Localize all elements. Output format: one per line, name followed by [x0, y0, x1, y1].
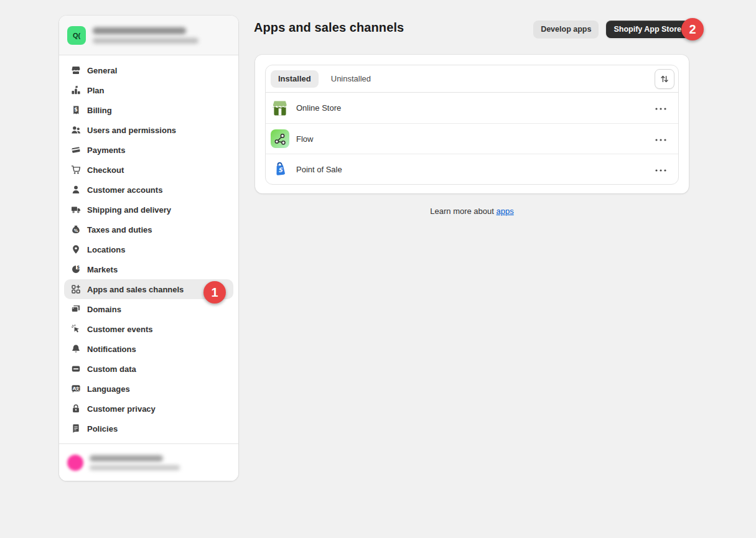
bell-icon — [71, 344, 81, 354]
user-name-redacted — [90, 455, 163, 461]
app-list: Online StoreFlowSPoint of Sale — [266, 93, 678, 184]
svg-text:%: % — [74, 228, 78, 233]
app-row-flow[interactable]: Flow — [266, 123, 678, 154]
user-identity-redacted — [90, 455, 180, 470]
sidebar-item-label: Markets — [87, 265, 118, 274]
cursor-click-icon — [71, 324, 81, 334]
sidebar-item-policies[interactable]: Policies — [64, 419, 233, 438]
translate-icon: A文 — [71, 384, 81, 394]
learn-more-text: Learn more about — [430, 206, 496, 216]
sidebar-item-notifications[interactable]: Notifications — [64, 339, 233, 359]
apps-grid-icon — [71, 284, 81, 294]
tabs: InstalledUninstalled — [271, 70, 378, 88]
user-avatar — [67, 455, 83, 471]
sidebar-item-locations[interactable]: Locations — [64, 239, 233, 259]
store-name-redacted — [93, 27, 186, 34]
sidebar-item-label: Billing — [87, 106, 112, 115]
develop-apps-button[interactable]: Develop apps — [533, 21, 599, 38]
billing-icon: $ — [71, 105, 81, 115]
store-header[interactable]: Q( — [59, 16, 238, 55]
store-url-redacted — [93, 38, 198, 44]
pin-icon — [71, 244, 81, 254]
sidebar-item-label: Notifications — [87, 345, 136, 354]
annotation-badge-1: 1 — [203, 281, 226, 304]
annotation-badge-2: 2 — [681, 18, 704, 40]
sort-arrows-icon — [660, 74, 670, 84]
sidebar-item-label: Plan — [87, 86, 104, 95]
learn-more-note: Learn more about apps — [255, 206, 689, 216]
sidebar-item-custom-data[interactable]: Custom data — [64, 359, 233, 379]
settings-sidebar: Q( GeneralPlan$BillingUsers and permissi… — [59, 16, 238, 481]
row-menu-button[interactable] — [652, 100, 670, 117]
svg-text:$: $ — [74, 107, 78, 113]
user-email-redacted — [90, 465, 180, 470]
sidebar-item-domains[interactable]: Domains — [64, 299, 233, 319]
lock-icon — [71, 404, 81, 414]
sidebar-item-users-and-permissions[interactable]: Users and permissions — [64, 120, 233, 140]
shopify-app-store-button[interactable]: Shopify App Store — [606, 21, 689, 38]
store-identity-redacted — [93, 27, 198, 44]
apps-link[interactable]: apps — [497, 206, 514, 216]
sidebar-item-shipping-and-delivery[interactable]: Shipping and delivery — [64, 200, 233, 220]
app-row-point-of-sale[interactable]: SPoint of Sale — [266, 154, 678, 184]
sidebar-item-label: Apps and sales channels — [87, 285, 184, 294]
sort-button[interactable] — [655, 69, 674, 89]
sidebar-item-payments[interactable]: Payments — [64, 140, 233, 160]
apps-list-header: InstalledUninstalled — [266, 65, 678, 93]
apps-card: InstalledUninstalled Online StoreFlowSPo… — [255, 55, 689, 193]
user-footer[interactable] — [59, 443, 238, 481]
sidebar-item-label: Customer privacy — [87, 404, 156, 414]
sidebar-item-general[interactable]: General — [64, 60, 233, 80]
sidebar-item-label: Checkout — [87, 165, 124, 175]
payments-icon — [71, 145, 81, 155]
sidebar-item-billing[interactable]: $Billing — [64, 100, 233, 120]
sidebar-item-label: Shipping and delivery — [87, 205, 171, 215]
person-icon — [71, 185, 81, 195]
three-dots-icon — [655, 165, 667, 174]
plan-icon — [71, 85, 81, 95]
sidebar-item-label: General — [87, 66, 117, 75]
pos-icon: S — [271, 160, 289, 179]
users-icon — [71, 125, 81, 135]
sidebar-item-label: Customer events — [87, 325, 152, 334]
sidebar-item-languages[interactable]: A文Languages — [64, 379, 233, 399]
row-menu-button[interactable] — [652, 130, 670, 147]
globe-dollar-icon: $ — [71, 264, 81, 274]
sidebar-item-label: Domains — [87, 305, 121, 314]
sidebar-item-markets[interactable]: $Markets — [64, 259, 233, 279]
svg-text:文: 文 — [75, 386, 80, 391]
sidebar-item-label: Payments — [87, 146, 125, 155]
store-avatar: Q( — [67, 26, 86, 45]
app-name: Point of Sale — [296, 165, 342, 174]
settings-nav: GeneralPlan$BillingUsers and permissions… — [59, 55, 238, 443]
sidebar-item-plan[interactable]: Plan — [64, 80, 233, 100]
app-row-online-store[interactable]: Online Store — [266, 93, 678, 123]
sidebar-item-customer-privacy[interactable]: Customer privacy — [64, 399, 233, 419]
sidebar-item-taxes-and-duties[interactable]: %Taxes and duties — [64, 220, 233, 239]
sidebar-item-label: Custom data — [87, 364, 136, 374]
sidebar-item-label: Locations — [87, 245, 125, 254]
sidebar-item-label: Customer accounts — [87, 185, 162, 195]
browser-icon — [71, 304, 81, 314]
sidebar-item-customer-events[interactable]: Customer events — [64, 319, 233, 339]
row-menu-button[interactable] — [652, 160, 670, 178]
database-icon — [71, 364, 81, 374]
taxes-icon: % — [71, 225, 81, 234]
svg-text:$: $ — [77, 264, 80, 270]
three-dots-icon — [655, 134, 667, 144]
sidebar-item-label: Taxes and duties — [87, 225, 152, 234]
online-store-icon — [271, 99, 289, 118]
apps-list-box: InstalledUninstalled Online StoreFlowSPo… — [265, 65, 679, 185]
tab-uninstalled[interactable]: Uninstalled — [324, 70, 378, 88]
sidebar-item-label: Users and permissions — [87, 126, 176, 135]
header-actions: Develop apps Shopify App Store — [533, 21, 689, 38]
sidebar-item-checkout[interactable]: Checkout — [64, 160, 233, 180]
app-name: Online Store — [296, 103, 341, 113]
sidebar-item-label: Languages — [87, 384, 130, 394]
app-name: Flow — [296, 134, 313, 144]
sidebar-item-customer-accounts[interactable]: Customer accounts — [64, 180, 233, 200]
page-title: Apps and sales channels — [254, 21, 404, 35]
tab-installed[interactable]: Installed — [271, 70, 319, 88]
truck-icon — [71, 205, 81, 215]
document-icon — [71, 424, 81, 434]
